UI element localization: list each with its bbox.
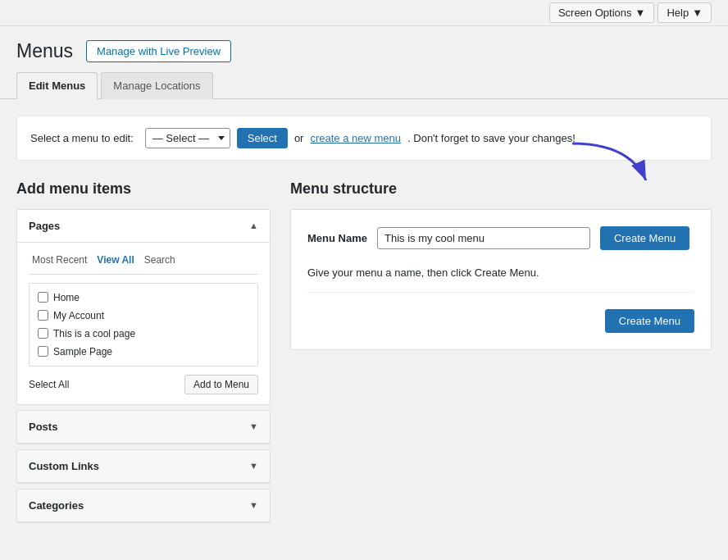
pages-search-tab[interactable]: Search bbox=[141, 253, 179, 267]
categories-accordion-header[interactable]: Categories ▼ bbox=[17, 489, 270, 522]
create-menu-button-bottom[interactable]: Create Menu bbox=[605, 309, 694, 333]
pages-accordion-label: Pages bbox=[29, 220, 60, 232]
menu-name-input[interactable] bbox=[377, 227, 590, 249]
pages-tab-bar: Most Recent View All Search bbox=[29, 253, 258, 275]
chevron-down-icon: ▼ bbox=[692, 7, 703, 19]
tab-manage-locations[interactable]: Manage Locations bbox=[101, 72, 212, 99]
page-myaccount-label: My Account bbox=[53, 310, 104, 321]
categories-accordion-label: Categories bbox=[29, 499, 84, 512]
custom-links-accordion-label: Custom Links bbox=[29, 460, 99, 472]
tabs-bar: Edit Menus Manage Locations bbox=[0, 72, 728, 99]
chevron-down-icon: ▼ bbox=[635, 7, 646, 19]
page-home-checkbox[interactable] bbox=[38, 292, 48, 303]
menu-name-row: Menu Name Create Menu bbox=[307, 226, 694, 250]
menu-structure-panel: Menu structure Menu Name Create Menu Giv… bbox=[290, 180, 712, 350]
screen-options-button[interactable]: Screen Options ▼ bbox=[549, 2, 654, 23]
pages-accordion-header[interactable]: Pages ▲ bbox=[17, 210, 270, 243]
add-menu-items-panel: Add menu items Pages ▲ Most Recent View … bbox=[16, 180, 271, 528]
pages-accordion: Pages ▲ Most Recent View All Search Home bbox=[16, 209, 271, 405]
page-samplepage-checkbox[interactable] bbox=[38, 346, 48, 357]
select-menu-label: Select a menu to edit: bbox=[30, 132, 134, 144]
posts-accordion-label: Posts bbox=[29, 421, 57, 433]
main-content: Select a menu to edit: — Select — Select… bbox=[0, 99, 728, 544]
menu-structure-title: Menu structure bbox=[290, 180, 712, 198]
pages-collapse-icon: ▲ bbox=[249, 221, 258, 230]
list-item: Sample Page bbox=[30, 343, 257, 361]
custom-links-accordion-header[interactable]: Custom Links ▼ bbox=[17, 450, 270, 483]
tab-edit-menus[interactable]: Edit Menus bbox=[16, 72, 98, 99]
menu-footer: Create Menu bbox=[307, 309, 694, 333]
select-all-link[interactable]: Select All bbox=[29, 379, 69, 390]
page-title: Menus bbox=[16, 39, 73, 64]
page-coolpage-label: This is a cool page bbox=[53, 328, 135, 339]
menu-hint-text: Give your menu a name, then click Create… bbox=[307, 266, 694, 293]
page-home-label: Home bbox=[53, 292, 80, 303]
custom-links-expand-icon: ▼ bbox=[249, 461, 258, 471]
page-coolpage-checkbox[interactable] bbox=[38, 328, 48, 339]
or-text: or bbox=[294, 132, 304, 144]
help-label: Help bbox=[667, 7, 689, 19]
pages-accordion-footer: Select All Add to Menu bbox=[29, 375, 258, 394]
help-button[interactable]: Help ▼ bbox=[657, 2, 712, 23]
create-menu-button-top[interactable]: Create Menu bbox=[600, 226, 689, 250]
screen-options-label: Screen Options bbox=[558, 7, 632, 19]
pages-list: Home My Account This is a cool page bbox=[29, 283, 258, 367]
posts-expand-icon: ▼ bbox=[249, 421, 258, 431]
list-item: Home bbox=[30, 289, 257, 307]
two-column-layout: Add menu items Pages ▲ Most Recent View … bbox=[16, 180, 712, 528]
add-menu-items-title: Add menu items bbox=[16, 180, 271, 198]
select-menu-bar: Select a menu to edit: — Select — Select… bbox=[16, 116, 712, 161]
custom-links-accordion: Custom Links ▼ bbox=[16, 449, 271, 484]
add-to-menu-button[interactable]: Add to Menu bbox=[184, 375, 258, 394]
menu-name-label: Menu Name bbox=[307, 232, 367, 244]
menu-select-dropdown[interactable]: — Select — bbox=[145, 128, 230, 148]
create-new-menu-link[interactable]: create a new menu bbox=[310, 132, 401, 144]
list-item: My Account bbox=[30, 307, 257, 325]
tabs-list: Edit Menus Manage Locations bbox=[16, 72, 712, 99]
pages-view-all-tab[interactable]: View All bbox=[93, 253, 137, 267]
top-bar: Screen Options ▼ Help ▼ bbox=[0, 0, 728, 26]
list-item: This is a cool page bbox=[30, 325, 257, 343]
posts-accordion-header[interactable]: Posts ▼ bbox=[17, 411, 270, 444]
posts-accordion: Posts ▼ bbox=[16, 410, 271, 444]
page-myaccount-checkbox[interactable] bbox=[38, 310, 48, 321]
categories-expand-icon: ▼ bbox=[249, 500, 258, 510]
select-menu-button[interactable]: Select bbox=[237, 128, 288, 148]
menu-structure-box: Menu Name Create Menu Give your menu a n… bbox=[290, 209, 712, 350]
live-preview-button[interactable]: Manage with Live Preview bbox=[86, 40, 231, 62]
pages-most-recent-tab[interactable]: Most Recent bbox=[29, 253, 90, 267]
page-header: Menus Manage with Live Preview bbox=[0, 26, 728, 72]
categories-accordion: Categories ▼ bbox=[16, 489, 271, 523]
pages-accordion-content: Most Recent View All Search Home My Acco… bbox=[17, 243, 270, 404]
page-samplepage-label: Sample Page bbox=[53, 346, 112, 357]
save-reminder: . Don't forget to save your changes! bbox=[407, 132, 576, 144]
